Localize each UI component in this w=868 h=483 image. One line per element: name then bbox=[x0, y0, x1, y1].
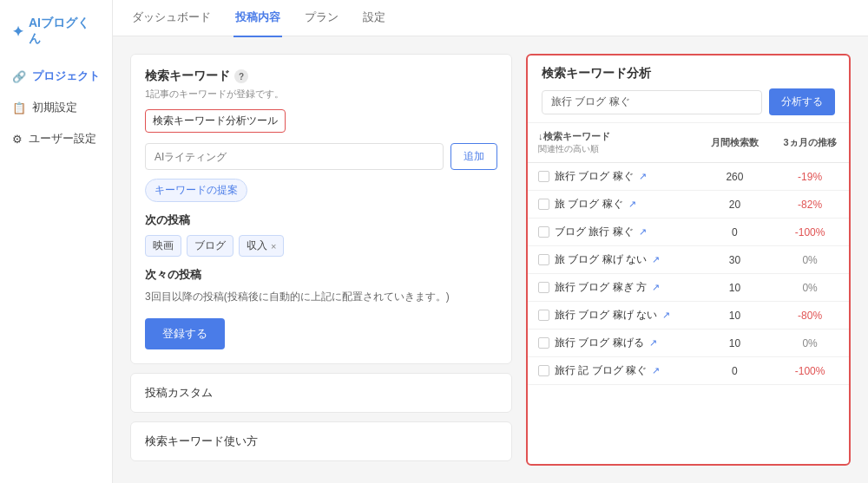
register-button[interactable]: 登録する bbox=[145, 318, 225, 349]
row-checkbox[interactable] bbox=[538, 310, 549, 321]
rp-title: 検索キーワード分析 bbox=[542, 66, 835, 82]
td-monthly: 0 bbox=[699, 219, 772, 246]
td-monthly: 0 bbox=[699, 357, 772, 385]
logo-text: AIブログくん bbox=[29, 16, 100, 47]
ext-link-icon[interactable]: ↗ bbox=[649, 337, 657, 349]
row-checkbox[interactable] bbox=[538, 282, 549, 293]
keyword-text: 旅 ブログ 稼ぐ bbox=[555, 197, 623, 212]
td-trend: -82% bbox=[771, 191, 849, 219]
sidebar-item-label: プロジェクト bbox=[32, 69, 100, 84]
table-row: 旅 ブログ 稼げ ない ↗ 300% bbox=[528, 246, 849, 274]
init-icon: 📋 bbox=[12, 101, 26, 114]
td-trend: -19% bbox=[771, 163, 849, 191]
td-trend: -100% bbox=[771, 357, 849, 385]
td-keyword: 旅 ブログ 稼げ ない ↗ bbox=[528, 246, 699, 274]
content-area: 検索キーワード ? 1記事のキーワードが登録です。 検索キーワード分析ツール 追… bbox=[113, 36, 868, 483]
td-monthly: 10 bbox=[699, 274, 772, 302]
ext-link-icon[interactable]: ↗ bbox=[628, 199, 636, 210]
table-row: 旅 ブログ 稼ぐ ↗ 20-82% bbox=[528, 191, 849, 219]
keyword-text: 旅 ブログ 稼げ ない bbox=[555, 252, 647, 267]
keyword-text: 旅行 ブログ 稼ぐ bbox=[555, 169, 634, 184]
logo-icon: ✦ bbox=[12, 23, 23, 40]
keyword-section: 検索キーワード ? 1記事のキーワードが登録です。 検索キーワード分析ツール 追… bbox=[130, 54, 512, 364]
td-trend: -100% bbox=[771, 219, 849, 246]
tab-plan[interactable]: プラン bbox=[303, 0, 340, 37]
tag-close-icon[interactable]: × bbox=[271, 241, 276, 251]
logo: ✦ AIブログくん bbox=[0, 9, 112, 61]
tab-dashboard[interactable]: ダッシュボード bbox=[130, 0, 213, 37]
table-row: 旅行 ブログ 稼ぐ ↗ 260-19% bbox=[528, 163, 849, 191]
keyword-text: 旅行 ブログ 稼げる bbox=[555, 336, 644, 350]
td-trend: 0% bbox=[771, 246, 849, 274]
keyword-analysis-panel: 検索キーワード分析 分析する ↓検索キーワード 関連性の高い bbox=[526, 54, 851, 466]
main-area: ダッシュボード 投稿内容 プラン 設定 検索キーワード ? 1記事のキーワードが… bbox=[113, 0, 868, 483]
tag-row: 映画 ブログ 収入 × bbox=[145, 235, 497, 257]
td-monthly: 10 bbox=[699, 330, 772, 357]
sidebar-item-init[interactable]: 📋 初期設定 bbox=[0, 92, 112, 123]
tab-settings[interactable]: 設定 bbox=[361, 0, 387, 37]
td-keyword: 旅行 ブログ 稼げる ↗ bbox=[528, 330, 699, 357]
keyword-input-row: 追加 bbox=[145, 143, 497, 170]
row-checkbox[interactable] bbox=[538, 171, 549, 182]
keyword-suggestion[interactable]: キーワードの提案 bbox=[145, 179, 247, 202]
collapsible-custom[interactable]: 投稿カスタム bbox=[130, 373, 512, 413]
row-checkbox[interactable] bbox=[538, 199, 549, 210]
keyword-section-title: 検索キーワード ? bbox=[145, 69, 497, 84]
rp-table: ↓検索キーワード 関連性の高い順 月間検索数 3ヵ月の推移 旅行 ブログ 稼ぐ … bbox=[528, 123, 849, 464]
tag-income: 収入 × bbox=[239, 235, 284, 257]
td-monthly: 20 bbox=[699, 191, 772, 219]
row-checkbox[interactable] bbox=[538, 337, 549, 349]
td-keyword: ブログ 旅行 稼ぐ ↗ bbox=[528, 219, 699, 246]
td-keyword: 旅行 ブログ 稼ぎ 方 ↗ bbox=[528, 274, 699, 302]
ext-link-icon[interactable]: ↗ bbox=[639, 171, 647, 182]
top-nav: ダッシュボード 投稿内容 プラン 設定 bbox=[113, 0, 868, 36]
td-keyword: 旅行 記 ブログ 稼ぐ ↗ bbox=[528, 357, 699, 385]
add-button[interactable]: 追加 bbox=[450, 143, 497, 170]
rp-search-input[interactable] bbox=[542, 90, 762, 114]
sidebar-item-settings[interactable]: ⚙ ユーザー設定 bbox=[0, 123, 112, 154]
td-monthly: 30 bbox=[699, 246, 772, 274]
rp-header: 検索キーワード分析 分析する bbox=[528, 55, 849, 123]
table-row: 旅行 ブログ 稼げる ↗ 100% bbox=[528, 330, 849, 357]
table-row: ブログ 旅行 稼ぐ ↗ 0-100% bbox=[528, 219, 849, 246]
auto-note: 3回目以降の投稿(投稿後に自動的に上記に配置されていきます。) bbox=[145, 290, 497, 304]
col-header-keyword: ↓検索キーワード 関連性の高い順 bbox=[528, 123, 699, 163]
tag-movie: 映画 bbox=[145, 235, 181, 257]
table-row: 旅行 記 ブログ 稼ぐ ↗ 0-100% bbox=[528, 357, 849, 385]
table-row: 旅行 ブログ 稼げ ない ↗ 10-80% bbox=[528, 302, 849, 330]
collapsible-keyword-usage[interactable]: 検索キーワード使い方 bbox=[130, 421, 512, 461]
td-keyword: 旅行 ブログ 稼ぐ ↗ bbox=[528, 163, 699, 191]
project-icon: 🔗 bbox=[12, 70, 26, 83]
sidebar-item-label: 初期設定 bbox=[32, 100, 77, 115]
row-checkbox[interactable] bbox=[538, 365, 549, 376]
keyword-text: 旅行 ブログ 稼ぎ 方 bbox=[555, 280, 647, 295]
table-row: 旅行 ブログ 稼ぎ 方 ↗ 100% bbox=[528, 274, 849, 302]
keyword-text: ブログ 旅行 稼ぐ bbox=[555, 225, 634, 239]
sidebar-item-project[interactable]: 🔗 プロジェクト bbox=[0, 61, 112, 92]
td-keyword: 旅 ブログ 稼ぐ ↗ bbox=[528, 191, 699, 219]
td-trend: 0% bbox=[771, 274, 849, 302]
next-next-title: 次々の投稿 bbox=[145, 267, 497, 283]
left-panel: 検索キーワード ? 1記事のキーワードが登録です。 検索キーワード分析ツール 追… bbox=[130, 54, 512, 466]
keyword-text: 旅行 ブログ 稼げ ない bbox=[555, 308, 657, 323]
keyword-text: 旅行 記 ブログ 稼ぐ bbox=[555, 363, 647, 378]
ext-link-icon[interactable]: ↗ bbox=[652, 254, 660, 265]
tab-content[interactable]: 投稿内容 bbox=[233, 0, 282, 37]
ext-link-icon[interactable]: ↗ bbox=[652, 365, 660, 376]
keyword-subtitle: 1記事のキーワードが登録です。 bbox=[145, 88, 497, 101]
next-post-title: 次の投稿 bbox=[145, 212, 497, 228]
ext-link-icon[interactable]: ↗ bbox=[639, 226, 647, 238]
ext-link-icon[interactable]: ↗ bbox=[662, 310, 670, 321]
ext-link-icon[interactable]: ↗ bbox=[652, 282, 660, 293]
row-checkbox[interactable] bbox=[538, 254, 549, 265]
keyword-tool-link[interactable]: 検索キーワード分析ツール bbox=[145, 109, 286, 133]
settings-icon: ⚙ bbox=[12, 133, 23, 146]
keyword-input[interactable] bbox=[145, 143, 444, 170]
td-keyword: 旅行 ブログ 稼げ ない ↗ bbox=[528, 302, 699, 330]
td-monthly: 10 bbox=[699, 302, 772, 330]
row-checkbox[interactable] bbox=[538, 226, 549, 238]
help-icon[interactable]: ? bbox=[234, 69, 248, 83]
analyze-button[interactable]: 分析する bbox=[769, 88, 835, 115]
col-header-trend: 3ヵ月の推移 bbox=[771, 123, 849, 163]
sidebar: ✦ AIブログくん 🔗 プロジェクト 📋 初期設定 ⚙ ユーザー設定 bbox=[0, 0, 113, 483]
